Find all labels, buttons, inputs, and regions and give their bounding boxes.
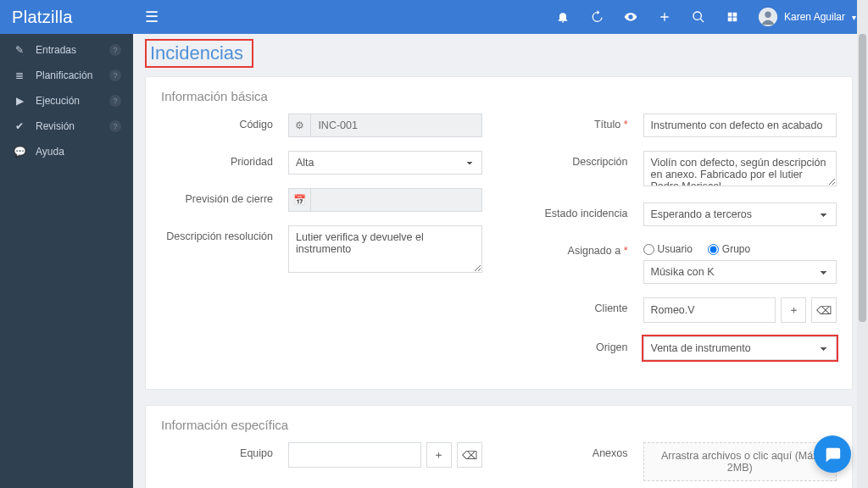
label-origen: Origen <box>516 336 643 353</box>
clear-client-button[interactable]: ⌫ <box>811 297 837 323</box>
play-icon: ▶ <box>12 95 27 107</box>
asignado-select[interactable]: Músika con K <box>643 260 837 284</box>
eye-icon[interactable] <box>623 9 638 25</box>
chevron-down-icon: ▾ <box>852 13 856 22</box>
descripcion-res-field[interactable]: Lutier verifica y devuelve el instrument… <box>288 225 482 273</box>
asignado-radio-grupo[interactable]: Grupo <box>708 243 750 255</box>
sidebar: Platzilla ✎ Entradas ? ≣ Planificación ?… <box>0 0 133 488</box>
anexos-dropzone[interactable]: Arrastra archivos o clic aquí (Máx 2MB) <box>643 442 837 481</box>
label-descripcion: Descripción <box>516 151 643 168</box>
history-icon[interactable] <box>589 9 604 25</box>
cog-icon: ⚙ <box>288 114 310 137</box>
chat-icon: 💬 <box>12 146 27 158</box>
estado-select[interactable]: Esperando a terceros <box>643 202 837 226</box>
plus-icon[interactable] <box>657 9 672 25</box>
list-icon: ≣ <box>12 69 27 81</box>
sidebar-item-label: Ejecución <box>36 95 80 107</box>
chat-fab[interactable] <box>814 435 851 473</box>
hamburger-icon[interactable]: ☰ <box>145 8 159 26</box>
sidebar-item-revision[interactable]: ✔ Revisión ? <box>0 114 133 139</box>
panel-specific-info: Información específica Equipo ＋ ⌫ <box>145 405 853 488</box>
user-menu[interactable]: Karen Aguilar ▾ <box>759 8 856 26</box>
panel-basic-info: Información básica Código ⚙ Prioridad <box>145 76 853 390</box>
content-area: Incidencias Información básica Código ⚙ <box>133 34 868 488</box>
label-descripcion-res: Descripción resolución <box>161 225 288 242</box>
sidebar-item-label: Planificación <box>36 69 92 81</box>
sidebar-item-ejecucion[interactable]: ▶ Ejecución ? <box>0 88 133 114</box>
label-anexos: Anexos <box>516 442 643 459</box>
cliente-field[interactable] <box>643 297 776 323</box>
sidebar-item-label: Ayuda <box>36 146 64 158</box>
label-prevision: Previsión de cierre <box>161 188 288 205</box>
panel-title: Información básica <box>161 89 837 103</box>
help-icon[interactable]: ? <box>109 69 121 81</box>
add-equipo-button[interactable]: ＋ <box>426 442 452 468</box>
sidebar-item-label: Entradas <box>36 44 76 56</box>
codigo-field <box>310 114 481 137</box>
sidebar-item-planificacion[interactable]: ≣ Planificación ? <box>0 63 133 88</box>
label-prioridad: Prioridad <box>161 151 288 168</box>
sidebar-nav: ✎ Entradas ? ≣ Planificación ? ▶ Ejecuci… <box>0 34 133 164</box>
grid-icon[interactable] <box>725 9 740 25</box>
asignado-radio-usuario[interactable]: Usuario <box>643 243 693 255</box>
help-icon[interactable]: ? <box>109 95 121 107</box>
brand-logo: Platzilla <box>0 0 133 34</box>
sidebar-item-ayuda[interactable]: 💬 Ayuda <box>0 139 133 164</box>
prioridad-select[interactable]: Alta <box>288 151 482 175</box>
equipo-field[interactable] <box>288 442 421 468</box>
search-icon[interactable] <box>691 9 706 25</box>
topbar: ☰ Karen Aguilar ▾ <box>133 0 868 34</box>
svg-point-1 <box>765 12 771 18</box>
scrollbar[interactable] <box>857 0 868 488</box>
page-title: Incidencias <box>150 42 243 64</box>
edit-icon: ✎ <box>12 44 27 56</box>
prevision-field[interactable] <box>310 188 481 212</box>
panel-title: Información específica <box>161 418 837 432</box>
label-codigo: Código <box>161 114 288 130</box>
clear-equipo-button[interactable]: ⌫ <box>457 442 482 468</box>
titulo-field[interactable] <box>643 114 837 137</box>
avatar <box>759 8 777 26</box>
check-icon: ✔ <box>12 120 27 132</box>
scrollbar-thumb[interactable] <box>859 34 866 322</box>
calendar-icon[interactable]: 📅 <box>288 188 310 212</box>
label-titulo: Título * <box>516 114 643 130</box>
label-estado: Estado incidencia <box>516 202 643 219</box>
descripcion-field[interactable]: Violín con defecto, según descripción en… <box>643 151 837 186</box>
sidebar-item-entradas[interactable]: ✎ Entradas ? <box>0 37 133 63</box>
add-client-button[interactable]: ＋ <box>781 297 806 323</box>
label-equipo: Equipo <box>161 442 288 459</box>
bell-icon[interactable] <box>555 9 570 25</box>
user-name-label: Karen Aguilar <box>784 11 845 23</box>
label-asignado: Asignado a * <box>516 240 643 257</box>
sidebar-item-label: Revisión <box>36 120 75 132</box>
page-title-highlight: Incidencias <box>145 39 253 68</box>
label-cliente: Cliente <box>516 297 643 314</box>
help-icon[interactable]: ? <box>109 120 121 132</box>
help-icon[interactable]: ? <box>109 44 121 56</box>
origen-select[interactable]: Venta de instrumento <box>643 336 837 360</box>
